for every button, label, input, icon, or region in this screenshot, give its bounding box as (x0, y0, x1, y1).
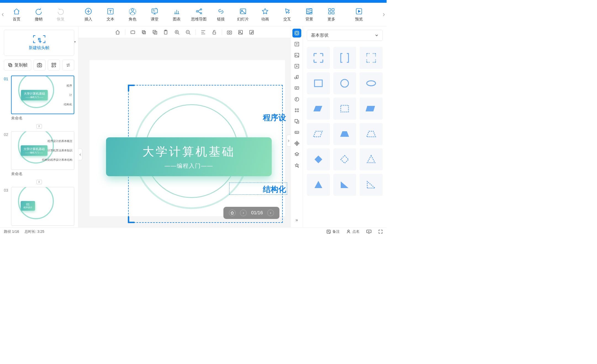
pager-prev-icon[interactable]: ‹ (240, 210, 247, 216)
home-icon (13, 7, 20, 15)
layers-tab-icon[interactable] (292, 150, 301, 159)
zoom-in-icon[interactable] (173, 29, 181, 36)
copy-icon[interactable] (140, 29, 147, 36)
shape-parallelogram-dashed[interactable] (307, 123, 330, 145)
notes-button[interactable]: 备注 (326, 229, 340, 234)
svg-rect-55 (315, 80, 322, 87)
text-tab-icon[interactable] (292, 40, 301, 49)
pager-home-icon[interactable] (229, 210, 236, 216)
pager-next-icon[interactable]: › (267, 210, 274, 216)
shape-diamond-dashed[interactable] (333, 148, 356, 170)
toolbar-board-button[interactable]: 课堂 (144, 3, 166, 26)
shape-right-triangle-dashed[interactable] (360, 174, 383, 196)
collapse-right-icon[interactable]: » (292, 216, 301, 224)
rollcall-button[interactable]: 点名 (346, 229, 360, 234)
shape-trapezoid-flip[interactable] (360, 98, 383, 120)
toolbar-person-button[interactable]: 角色 (121, 3, 144, 26)
toolbar-star-button[interactable]: 动画 (254, 3, 276, 26)
image-tab-icon[interactable] (292, 51, 301, 60)
zoom-out-icon[interactable] (184, 29, 192, 36)
shape-trapezoid-dashed[interactable] (360, 123, 383, 145)
video-tab-icon[interactable] (292, 62, 301, 71)
button-tab-icon[interactable]: Btn (292, 128, 301, 137)
camera-button[interactable] (33, 60, 46, 71)
shapes-tab-icon[interactable] (292, 29, 301, 38)
qr-button[interactable] (48, 60, 60, 71)
shape-bracket[interactable] (333, 47, 356, 69)
shape-ellipse[interactable] (360, 72, 383, 94)
atom-tab-icon[interactable] (292, 139, 301, 148)
toolbar-image-button[interactable]: 幻灯片 (232, 3, 254, 26)
lock-icon[interactable] (211, 29, 218, 36)
transform-tab-icon[interactable] (292, 117, 301, 126)
toolbar-undo-button[interactable]: 撤销 (28, 3, 50, 26)
svg-rect-17 (9, 64, 12, 67)
toolbar-chart-button[interactable]: 图表 (166, 3, 188, 26)
chevron-down-icon (375, 34, 379, 37)
shape-frame-dashed[interactable] (360, 47, 383, 69)
svg-point-56 (341, 79, 348, 87)
image-icon[interactable] (237, 29, 244, 36)
toolbar-mindmap-button[interactable]: 思维导图 (188, 3, 210, 26)
shape-rect[interactable] (307, 72, 330, 94)
shape-circle[interactable] (333, 72, 356, 94)
shape-triangle[interactable] (307, 174, 330, 196)
svg-rect-25 (143, 31, 146, 34)
favorite-tab-icon[interactable] (292, 161, 301, 170)
svg-point-19 (39, 65, 40, 66)
paste-icon[interactable] (162, 29, 170, 36)
redo-icon (57, 7, 65, 15)
fit-icon[interactable] (129, 29, 136, 36)
label-struct[interactable]: 结构化 (263, 184, 286, 195)
toolbar-grid-button[interactable]: 更多 (320, 3, 342, 26)
canvas[interactable]: 11 大学计算机基础 ——编程入门—— 程序设 结构化 ‹ › ‹ 01/16 … (78, 38, 290, 227)
transition-indicator[interactable]: ⧗ (4, 124, 74, 129)
home-icon[interactable] (114, 29, 121, 36)
shape-frame-solid[interactable] (307, 47, 330, 69)
align-icon[interactable] (200, 29, 207, 36)
shape-right-triangle[interactable] (333, 174, 356, 196)
present-icon[interactable] (366, 229, 372, 234)
toolbar-redo-button[interactable]: 恢复 (50, 3, 72, 26)
fullscreen-icon[interactable] (378, 229, 383, 234)
expand-left-handle[interactable]: ‹ (78, 148, 82, 160)
edit-icon[interactable] (248, 29, 255, 36)
shape-category-select[interactable]: 基本形状 (307, 30, 383, 41)
toolbar-pointer-button[interactable]: 交互 (276, 3, 298, 26)
toolbar-scroll-left[interactable] (0, 3, 6, 26)
toolbar-scroll-right[interactable] (381, 3, 387, 26)
toolbar-text-button[interactable]: 文本 (99, 3, 121, 26)
toolbar-play-button[interactable]: 预览 (348, 3, 370, 26)
toolbar-plus-circle-button[interactable]: 插入 (77, 3, 99, 26)
link-icon (217, 7, 225, 15)
widgets-tab-icon[interactable] (292, 106, 301, 115)
loop-button[interactable] (62, 60, 74, 71)
shape-parallelogram[interactable] (307, 98, 330, 120)
expand-right-handle[interactable]: › (287, 135, 290, 147)
label-program[interactable]: 程序设 (263, 113, 286, 123)
copy-frame-button[interactable]: 复制帧 (4, 60, 31, 71)
frame-thumb-03[interactable]: 0301程序设计 (4, 187, 74, 226)
shape-rect-dashed[interactable] (333, 98, 356, 120)
transition-indicator[interactable]: ⧗ (4, 180, 74, 184)
frame-thumb-02[interactable]: 02大学计算机基础——编程入门——程序设计的基本概念计算机算法基本知识结构化程序… (4, 131, 74, 176)
svg-rect-18 (37, 64, 42, 67)
title-card[interactable]: 大学计算机基础 ——编程入门—— (106, 137, 272, 176)
toolbar-link-button[interactable]: 链接 (210, 3, 232, 26)
audio-tab-icon[interactable] (292, 73, 301, 82)
shape-diamond[interactable] (307, 148, 330, 170)
new-frame-dropdown[interactable]: ▾ (74, 40, 78, 43)
grid-icon (327, 7, 335, 15)
shape-trapezoid[interactable] (333, 123, 356, 145)
formula-tab-icon[interactable] (292, 95, 301, 104)
duplicate-icon[interactable] (151, 29, 159, 36)
new-frame-button[interactable]: + 新建镜头帧 (4, 30, 74, 56)
shape-triangle-dashed[interactable] (360, 148, 383, 170)
side-tool-strip: Btn » (290, 26, 303, 227)
chat-tab-icon[interactable] (292, 84, 301, 93)
toolbar-pattern-button[interactable]: 背景 (298, 3, 320, 26)
snapshot-icon[interactable] (226, 29, 233, 36)
frame-thumb-01[interactable]: 01大学计算机基础——编程入门——程序计结构化未命名 (4, 76, 74, 121)
undo-icon (35, 7, 43, 15)
toolbar-home-button[interactable]: 首页 (6, 3, 28, 26)
